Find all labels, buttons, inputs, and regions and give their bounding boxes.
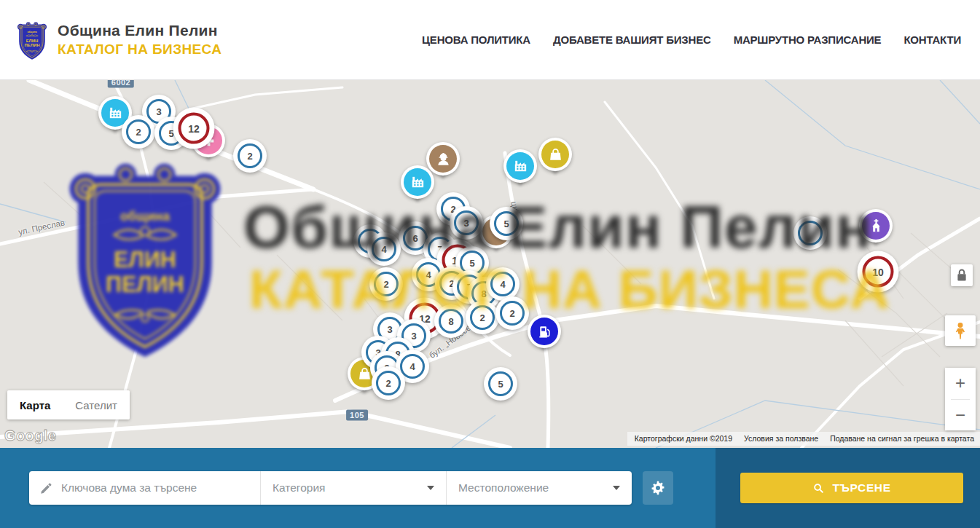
cluster-count: 2 — [126, 119, 151, 144]
map-cluster[interactable]: 2 — [122, 115, 155, 149]
map-cluster[interactable]: 2 — [369, 267, 403, 301]
map-pin-bag[interactable] — [538, 138, 572, 171]
attribution-report-link[interactable]: Подаване на сигнал за грешка в картата — [830, 434, 974, 443]
keyword-search-input[interactable] — [61, 481, 250, 494]
pin-body — [859, 209, 893, 243]
google-logo[interactable]: Google — [4, 427, 56, 444]
factory-icon — [404, 168, 431, 196]
search-bar: Категория Местоположение ТЪРСЕНЕ — [0, 448, 980, 528]
map-cluster[interactable]: 4 — [486, 267, 520, 301]
cluster-count: 5 — [488, 371, 513, 396]
cluster-count: 8 — [439, 309, 463, 334]
search-icon — [812, 482, 825, 494]
location-select-value: Местоположение — [458, 481, 549, 494]
map-cluster[interactable]: 12 — [173, 108, 215, 149]
pin-body — [538, 138, 572, 171]
chevron-down-icon — [427, 486, 434, 490]
pegman-icon — [951, 321, 970, 340]
map-type-map-button[interactable]: Карта — [7, 390, 63, 419]
nav-add-business[interactable]: ДОБАВЕТЕ ВАШИЯТ БИЗНЕС — [553, 34, 711, 46]
cluster-count: 5 — [494, 211, 519, 236]
search-button-label: ТЪРСЕНЕ — [832, 481, 890, 494]
map-cluster[interactable]: 8 — [434, 304, 468, 338]
header: община ЕЛИН ПЕЛИН Община Елин Пелин КАТА… — [0, 0, 980, 80]
attribution-copyright: Картографски данни ©2019 — [635, 434, 732, 443]
map-cluster[interactable] — [793, 216, 827, 250]
category-select[interactable]: Категория — [260, 471, 446, 505]
street-view-pegman-control[interactable] — [945, 315, 976, 346]
pencil-icon — [39, 481, 53, 495]
page: община ЕЛИН ПЕЛИН Община Елин Пелин КАТА… — [0, 0, 980, 528]
padlock-icon — [951, 264, 973, 286]
cluster-count: 4 — [400, 354, 425, 379]
pin-body — [401, 165, 434, 199]
municipality-crest-icon: община ЕЛИН ПЕЛИН — [16, 19, 48, 61]
cluster-count: 4 — [372, 237, 396, 261]
map-cluster[interactable]: 2 — [233, 139, 267, 173]
street-view-lock-control[interactable] — [951, 264, 973, 286]
map-type-control: Карта Сателит — [7, 390, 130, 419]
map-pin-factory[interactable] — [401, 165, 434, 199]
map-attribution: Картографски данни ©2019 Условия за полз… — [627, 432, 980, 446]
map-pin-fuel[interactable] — [528, 315, 561, 348]
cluster-count: 12 — [179, 113, 210, 144]
map-pin-factory[interactable] — [503, 149, 537, 183]
google-map[interactable]: 6002105ул. Преславбул. „Новоселци“ — [0, 80, 980, 448]
nav-route-schedule[interactable]: МАРШРУТНО РАЗПИСАНИЕ — [734, 34, 882, 46]
svg-text:община: община — [27, 31, 36, 34]
cluster-count: 4 — [490, 272, 515, 296]
advanced-search-button[interactable] — [643, 471, 673, 505]
cluster-count: 2 — [374, 272, 399, 296]
map-cluster[interactable]: 2 — [466, 301, 499, 334]
zoom-out-button[interactable]: − — [945, 400, 976, 431]
map-type-satellite-button[interactable]: Сателит — [63, 390, 130, 419]
cluster-count — [798, 221, 823, 245]
map-cluster[interactable]: 3 — [450, 206, 483, 240]
site-title: Община Елин Пелин — [58, 22, 222, 39]
fuel-icon — [530, 318, 558, 345]
cluster-count: 2 — [470, 305, 495, 330]
pin-body — [503, 149, 537, 183]
keyword-field-wrap — [29, 471, 260, 505]
road-number-label: 6002 — [108, 80, 134, 88]
map-cluster[interactable]: 2 — [372, 366, 405, 400]
location-select[interactable]: Местоположение — [446, 471, 632, 505]
search-fields-group: Категория Местоположение — [29, 471, 632, 505]
attribution-terms-link[interactable]: Условия за ползване — [744, 434, 818, 443]
gear-icon — [650, 480, 666, 496]
cluster-count: 2 — [238, 143, 262, 168]
zoom-in-button[interactable]: + — [945, 368, 976, 399]
brand-text: Община Елин Пелин КАТАЛОГ НА БИЗНЕСА — [58, 22, 222, 58]
factory-icon — [506, 152, 534, 180]
map-cluster[interactable]: 4 — [367, 232, 401, 266]
search-submit-button[interactable]: ТЪРСЕНЕ — [740, 473, 963, 503]
cluster-count: 2 — [500, 301, 525, 326]
map-cluster[interactable]: 5 — [490, 207, 523, 240]
svg-text:ПЕЛИН: ПЕЛИН — [25, 43, 40, 47]
map-cluster[interactable]: 2 — [495, 296, 529, 330]
church-icon — [862, 212, 890, 240]
bag-icon — [541, 141, 569, 168]
cluster-count: 2 — [376, 371, 401, 395]
site-logo[interactable]: община ЕЛИН ПЕЛИН Община Елин Пелин КАТА… — [16, 19, 222, 61]
chevron-down-icon — [613, 486, 620, 490]
zoom-control: + − — [945, 368, 976, 430]
nav-pricing[interactable]: ЦЕНОВА ПОЛИТИКА — [422, 34, 530, 46]
map-cluster[interactable]: 5 — [484, 367, 517, 401]
map-pin-church[interactable] — [859, 209, 893, 243]
site-subtitle: КАТАЛОГ НА БИЗНЕСА — [58, 42, 222, 58]
svg-text:ЕЛИН: ЕЛИН — [26, 38, 39, 42]
main-nav: ЦЕНОВА ПОЛИТИКА ДОБАВЕТЕ ВАШИЯТ БИЗНЕС М… — [422, 34, 961, 46]
cluster-count: 10 — [863, 256, 894, 288]
category-select-value: Категория — [273, 481, 325, 494]
nav-contacts[interactable]: КОНТАКТИ — [903, 34, 961, 46]
map-cluster[interactable]: 10 — [858, 251, 899, 293]
cluster-count: 3 — [454, 210, 479, 235]
pin-body — [528, 315, 561, 348]
road-number-label: 105 — [346, 410, 368, 421]
